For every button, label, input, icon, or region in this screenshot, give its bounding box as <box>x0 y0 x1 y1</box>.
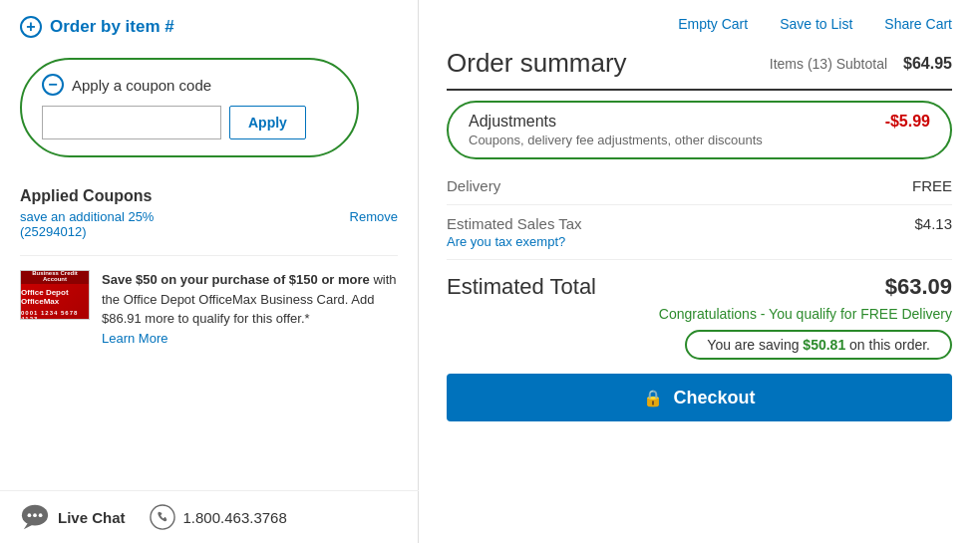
empty-cart-link[interactable]: Empty Cart <box>678 16 748 32</box>
checkout-button[interactable]: 🔒 Checkout <box>447 374 952 421</box>
tax-label: Estimated Sales Tax <box>447 215 582 232</box>
promo-card-text: Save $50 on your purchase of $150 or mor… <box>102 270 398 348</box>
delivery-label: Delivery <box>447 177 500 194</box>
svg-marker-1 <box>24 524 33 530</box>
estimated-total-row: Estimated Total $63.09 <box>447 260 952 306</box>
coupon-promo-text: save an additional 25% (25294012) <box>20 209 154 239</box>
estimated-total-label: Estimated Total <box>447 274 596 300</box>
applied-coupons-section: Applied Coupons save an additional 25% (… <box>20 187 398 239</box>
coupon-input[interactable] <box>42 106 221 139</box>
save-to-list-link[interactable]: Save to List <box>780 16 852 32</box>
saving-section: You are saving $50.81 on this order. <box>447 330 952 360</box>
subtotal-amount: $64.95 <box>903 55 952 73</box>
saving-text-after: on this order. <box>845 337 930 353</box>
live-chat-button[interactable]: Live Chat <box>20 503 126 531</box>
coupon-collapse-icon[interactable]: − <box>42 74 64 96</box>
top-links: Empty Cart Save to List Share Cart <box>447 16 952 32</box>
remove-coupon-link[interactable]: Remove <box>350 209 398 224</box>
phone-icon <box>150 504 175 530</box>
free-delivery-message: Congratulations - You qualify for FREE D… <box>447 306 952 322</box>
svg-point-4 <box>39 513 43 517</box>
estimated-total-amount: $63.09 <box>885 274 952 300</box>
coupon-label: Apply a coupon code <box>72 77 211 94</box>
promo-headline: Save $50 on your purchase of $150 or mor… <box>102 272 370 287</box>
tax-label-group: Estimated Sales Tax Are you tax exempt? <box>447 215 582 249</box>
coupon-header: − Apply a coupon code <box>42 74 337 96</box>
svg-point-3 <box>33 513 37 517</box>
bottom-bar: Live Chat 1.800.463.3768 <box>0 490 419 543</box>
saving-amount: $50.81 <box>803 337 845 353</box>
adjustments-section: Adjustments -$5.99 Coupons, delivery fee… <box>447 101 952 159</box>
items-subtotal-label: Items (13) Subtotal <box>770 56 887 72</box>
lock-icon: 🔒 <box>643 389 663 407</box>
svg-point-5 <box>150 505 173 529</box>
coupon-input-row: Apply <box>42 106 337 139</box>
chat-icon <box>20 503 50 531</box>
promo-learn-more-link[interactable]: Learn More <box>102 331 167 346</box>
order-summary-header: Order summary Items (13) Subtotal $64.95 <box>447 48 952 91</box>
share-cart-link[interactable]: Share Cart <box>884 16 952 32</box>
phone-number: 1.800.463.3768 <box>183 509 287 526</box>
coupon-promo-row: save an additional 25% (25294012) Remove <box>20 209 398 239</box>
adjustments-amount: -$5.99 <box>885 113 930 131</box>
order-summary-title: Order summary <box>447 48 627 79</box>
phone-section: 1.800.463.3768 <box>150 504 287 530</box>
promo-card-image: Business Credit Account Office Depot Off… <box>20 270 90 320</box>
adjustments-desc: Coupons, delivery fee adjustments, other… <box>469 133 930 147</box>
applied-coupons-title: Applied Coupons <box>20 187 398 205</box>
order-by-item-row[interactable]: + Order by item # <box>20 16 398 38</box>
coupon-apply-button[interactable]: Apply <box>229 106 306 139</box>
saving-text-before: You are saving <box>707 337 803 353</box>
tax-exempt-link[interactable]: Are you tax exempt? <box>447 234 582 249</box>
order-by-item-label: Order by item # <box>50 17 174 37</box>
delivery-value: FREE <box>912 177 952 194</box>
coupon-section: − Apply a coupon code Apply <box>20 58 359 157</box>
live-chat-label: Live Chat <box>58 509 126 526</box>
promo-card: Business Credit Account Office Depot Off… <box>20 255 398 348</box>
adjustments-row: Adjustments -$5.99 <box>469 113 930 131</box>
order-by-item-icon[interactable]: + <box>20 16 42 38</box>
delivery-row: Delivery FREE <box>447 167 952 205</box>
adjustments-label: Adjustments <box>469 113 556 131</box>
svg-point-2 <box>28 513 32 517</box>
tax-amount: $4.13 <box>914 215 952 232</box>
tax-section: Estimated Sales Tax Are you tax exempt? … <box>447 205 952 260</box>
saving-badge: You are saving $50.81 on this order. <box>685 330 952 360</box>
checkout-button-label: Checkout <box>673 388 755 408</box>
subtotal-section: Items (13) Subtotal $64.95 <box>770 55 952 73</box>
